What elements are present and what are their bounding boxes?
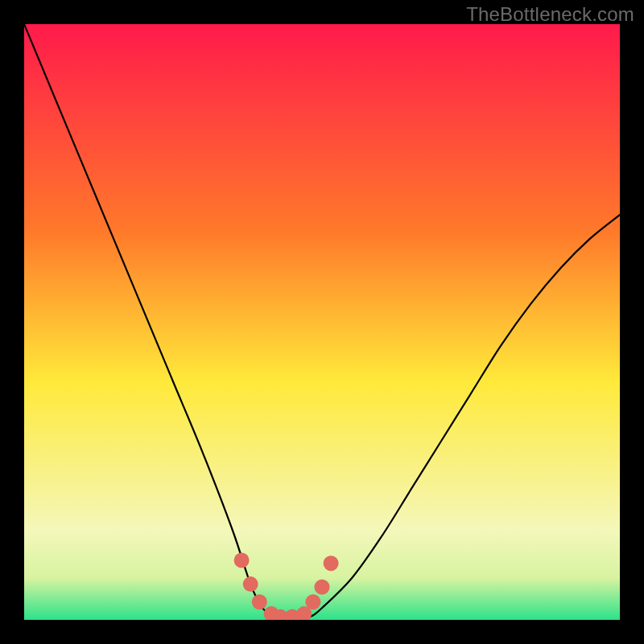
marker-dot xyxy=(324,555,339,571)
marker-dot xyxy=(315,580,330,595)
marker-dot xyxy=(252,594,267,609)
watermark-text: TheBottleneck.com xyxy=(466,3,634,26)
chart-background xyxy=(24,24,620,620)
marker-dot xyxy=(243,576,258,592)
bottleneck-chart xyxy=(24,24,620,620)
outer-frame: TheBottleneck.com xyxy=(0,0,644,644)
marker-dot xyxy=(234,553,250,568)
marker-dot xyxy=(305,594,320,609)
